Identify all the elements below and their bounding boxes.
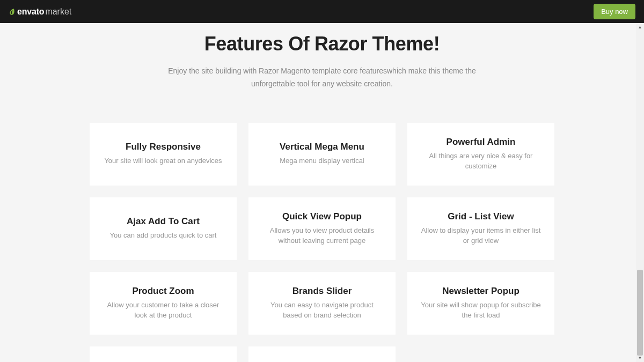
leaf-icon [9,8,16,16]
page-subtitle: Enjoy the site building with Razor Magen… [166,65,478,91]
feature-title: Newsletter Popup [419,286,543,297]
feature-title: Product Zoom [101,286,225,297]
feature-desc: You can easy to navigate product based o… [260,300,384,321]
feature-desc: Your site will show popup for subscribe … [419,300,543,321]
feature-desc: Allows you to view product details witho… [260,225,384,246]
logo-text-suffix: market [45,7,71,17]
feature-card: Product ZoomAllow your customer to take … [90,272,237,335]
envato-logo[interactable]: envato market [9,7,71,17]
feature-title: Grid - List View [419,211,543,222]
page-content: Features Of Razor Theme! Enjoy the site … [0,33,644,362]
feature-title: Ajax Add To Cart [101,216,225,227]
topbar: envato market Buy now [0,0,644,23]
feature-desc: All things are very nice & easy for cust… [419,151,543,172]
feature-desc: Allow to display your items in either li… [419,225,543,246]
heading-block: Features Of Razor Theme! [0,33,644,55]
feature-card: Newsletter PopupYour site will show popu… [407,272,554,335]
feature-card: Grid - List ViewAllow to display your it… [407,197,554,260]
feature-desc: Mega menu display vertical [260,156,384,166]
feature-desc: You can add products quick to cart [101,230,225,241]
scroll-up-icon[interactable]: ▲ [636,23,644,31]
feature-card: Brands SliderYou can easy to navigate pr… [248,272,396,335]
feature-card: Powerful AdminAll things are very nice &… [407,123,554,186]
feature-card: TestimonialsSlider of client's testimoni… [90,346,237,362]
feature-card: And MoreAnd great other features [248,346,396,362]
feature-card: Fully ResponsiveYour site will look grea… [90,123,237,186]
feature-title: Quick View Popup [260,211,384,222]
feature-desc: Your site will look great on anydevices [101,156,225,166]
feature-card: Quick View PopupAllows you to view produ… [248,197,396,260]
feature-title: Brands Slider [260,286,384,297]
logo-text-prefix: envato [17,7,44,17]
feature-card: Ajax Add To CartYou can add products qui… [90,197,237,260]
buy-now-button[interactable]: Buy now [594,4,635,19]
page-title: Features Of Razor Theme! [0,33,644,55]
scrollbar[interactable]: ▲ ▼ [636,23,644,362]
feature-title: Fully Responsive [101,142,225,152]
scroll-thumb[interactable] [637,270,643,356]
feature-title: Powerful Admin [419,137,543,147]
scroll-down-icon[interactable]: ▼ [636,354,644,362]
feature-title: Vertical Mega Menu [260,142,384,152]
features-grid: Fully ResponsiveYour site will look grea… [0,123,644,362]
feature-desc: Allow your customer to take a closer loo… [101,300,225,321]
feature-card: Vertical Mega MenuMega menu display vert… [248,123,396,186]
